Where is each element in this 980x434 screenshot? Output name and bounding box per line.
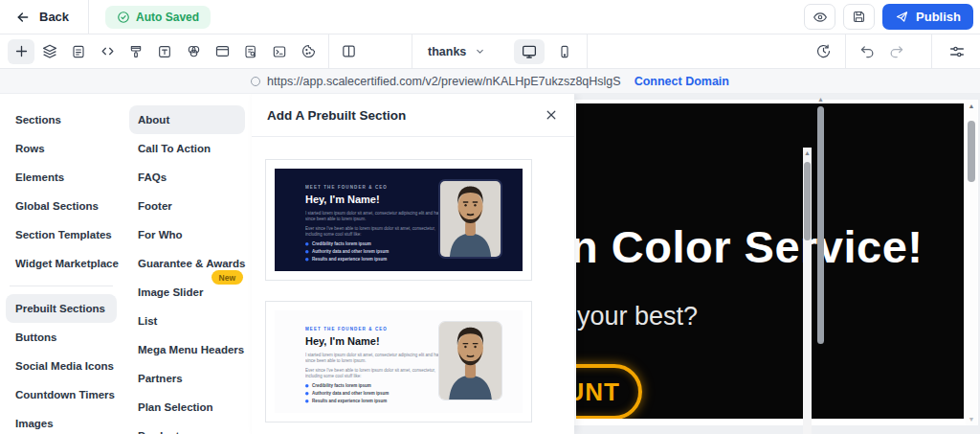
card-bullet: Authority data and other lorem ipsum bbox=[305, 249, 444, 254]
sidebar-item-social-media-icons[interactable]: Social Media Icons bbox=[0, 352, 122, 380]
connect-domain-link[interactable]: Connect Domain bbox=[635, 75, 729, 88]
modal-scrollbar[interactable]: ▲ bbox=[816, 94, 825, 434]
section-card-list: MEET THE FOUNDER & CEO Hey, I'm Name! I … bbox=[252, 137, 532, 434]
typography-button[interactable] bbox=[151, 39, 178, 64]
version-history-button[interactable] bbox=[810, 39, 836, 64]
sidebar-item-countdown-timers[interactable]: Countdown Timers bbox=[0, 380, 122, 409]
left-sidebar: Sections Rows Elements Global Sections S… bbox=[0, 94, 122, 434]
hero-section[interactable]: n Color Service! your best? UNT bbox=[576, 103, 964, 419]
sliders-icon bbox=[948, 43, 966, 60]
publish-label: Publish bbox=[916, 10, 961, 24]
publish-button[interactable]: Publish bbox=[882, 4, 973, 30]
page-selector-dropdown[interactable]: thanks bbox=[412, 45, 501, 58]
history-clock-icon bbox=[815, 43, 832, 59]
sidebar-item-widget-marketplace[interactable]: Widget Marketplace bbox=[0, 249, 122, 278]
card-bullet: Results and experience lorem ipsum bbox=[305, 257, 444, 262]
popup-button[interactable] bbox=[209, 39, 235, 64]
custom-code-button[interactable] bbox=[94, 39, 121, 64]
prebuilt-section-card-dark[interactable]: MEET THE FOUNDER & CEO Hey, I'm Name! I … bbox=[265, 159, 532, 281]
back-button[interactable]: Back bbox=[0, 0, 88, 34]
hero-cta-button[interactable]: UNT bbox=[576, 364, 642, 419]
scroll-up-icon[interactable]: ▲ bbox=[966, 103, 977, 109]
scroll-up-icon[interactable]: ▲ bbox=[803, 149, 812, 156]
divider bbox=[328, 34, 329, 69]
bullet-dot-icon bbox=[305, 242, 309, 246]
element-tools bbox=[0, 39, 323, 64]
sidebar-item-global-sections[interactable]: Global Sections bbox=[0, 192, 122, 220]
preview-scrollbar[interactable]: ▲ ▼ bbox=[966, 100, 977, 425]
card-list-scrollbar[interactable]: ▲ bbox=[803, 148, 812, 434]
blend-circles-icon bbox=[186, 43, 202, 59]
hero-headline: n Color Service! bbox=[576, 220, 923, 273]
card-paragraph: Ever since I've been able to lorem ipsum… bbox=[305, 368, 444, 379]
page-preview: n Color Service! your best? UNT ▲ ▼ bbox=[574, 94, 980, 434]
category-partners[interactable]: Partners bbox=[122, 364, 252, 393]
founder-photo bbox=[438, 321, 502, 400]
paint-brush-icon bbox=[128, 44, 144, 59]
category-call-to-action[interactable]: Call To Action bbox=[122, 134, 252, 163]
cookie-settings-button[interactable] bbox=[295, 39, 322, 64]
prebuilt-section-card-light[interactable]: MEET THE FOUNDER & CEO Hey, I'm Name! I … bbox=[265, 301, 532, 423]
card-bullet: Results and experience lorem ipsum bbox=[305, 399, 444, 403]
layers-button[interactable] bbox=[36, 39, 63, 64]
category-plan-selection[interactable]: Plan Selection bbox=[122, 393, 252, 422]
category-for-who[interactable]: For Who bbox=[122, 220, 252, 249]
sidebar-item-section-templates[interactable]: Section Templates bbox=[0, 220, 122, 249]
color-overlay-button[interactable] bbox=[180, 39, 207, 64]
category-label: Image Slider bbox=[138, 286, 203, 298]
add-element-button[interactable] bbox=[8, 39, 34, 64]
scrollbar-thumb[interactable] bbox=[968, 121, 975, 182]
sidebar-item-elements[interactable]: Elements bbox=[0, 163, 122, 192]
divider bbox=[931, 34, 932, 69]
page-settings-button[interactable] bbox=[944, 39, 970, 64]
card-bullet: Authority data and other lorem ipsum bbox=[305, 391, 444, 396]
scroll-up-icon[interactable]: ▲ bbox=[816, 96, 825, 103]
mobile-view-button[interactable] bbox=[551, 39, 578, 64]
category-mega-menu-headers[interactable]: Mega Menu Headers bbox=[122, 335, 252, 364]
sidebar-item-images[interactable]: Images bbox=[0, 409, 122, 434]
form-button[interactable] bbox=[65, 39, 92, 64]
check-circle-icon bbox=[117, 11, 130, 24]
back-arrow-icon bbox=[15, 10, 31, 25]
category-faqs[interactable]: FAQs bbox=[122, 163, 252, 192]
preview-url: https://app.scalecertified.com/v2/previe… bbox=[267, 75, 621, 88]
preview-eye-button[interactable] bbox=[804, 4, 835, 30]
sidebar-item-prebuilt-sections[interactable]: Prebuilt Sections bbox=[6, 294, 117, 323]
back-label: Back bbox=[39, 10, 69, 24]
close-icon[interactable] bbox=[545, 108, 558, 122]
category-list[interactable]: List bbox=[122, 307, 252, 335]
save-button[interactable] bbox=[843, 4, 875, 30]
scroll-down-icon[interactable]: ▼ bbox=[966, 416, 977, 423]
prebuilt-section-modal: Add A Prebuilt Section MEET THE FOUNDER … bbox=[252, 94, 574, 434]
columns-icon bbox=[341, 43, 357, 59]
preview-page: n Color Service! your best? UNT bbox=[574, 100, 978, 425]
sidebar-item-buttons[interactable]: Buttons bbox=[0, 323, 122, 352]
scrollbar-thumb[interactable] bbox=[804, 162, 811, 240]
layers-icon bbox=[41, 43, 58, 60]
code-icon bbox=[100, 43, 116, 59]
category-about[interactable]: About bbox=[129, 105, 245, 134]
redo-button[interactable] bbox=[882, 39, 909, 64]
seo-meta-button[interactable] bbox=[237, 39, 264, 64]
paint-styles-button[interactable] bbox=[122, 39, 149, 64]
hero-cta-label: UNT bbox=[576, 377, 620, 407]
tracking-code-button[interactable] bbox=[266, 39, 293, 64]
card-paragraph: I started lorem ipsum dolor sit amet, co… bbox=[305, 352, 444, 363]
scrollbar-thumb[interactable] bbox=[817, 106, 824, 344]
text-T-icon bbox=[157, 44, 172, 59]
browser-window-icon bbox=[214, 43, 231, 59]
sidebar-item-sections[interactable]: Sections bbox=[0, 105, 122, 134]
undo-button[interactable] bbox=[854, 39, 880, 64]
card-copy: MEET THE FOUNDER & CEO Hey, I'm Name! I … bbox=[305, 185, 444, 264]
category-image-slider[interactable]: Image Slider New bbox=[122, 278, 252, 307]
desktop-view-button[interactable] bbox=[514, 39, 545, 64]
sidebar-item-rows[interactable]: Rows bbox=[0, 134, 122, 163]
divider bbox=[845, 34, 846, 69]
card-bullet: Credibility facts lorem ipsum bbox=[305, 383, 444, 388]
split-columns-button[interactable] bbox=[335, 39, 362, 64]
category-product[interactable]: Product bbox=[122, 422, 252, 434]
form-document-icon bbox=[71, 44, 86, 59]
card-paragraph: I started lorem ipsum dolor sit amet, co… bbox=[305, 210, 444, 221]
category-footer[interactable]: Footer bbox=[122, 192, 252, 220]
autosave-badge: Auto Saved bbox=[105, 6, 211, 29]
